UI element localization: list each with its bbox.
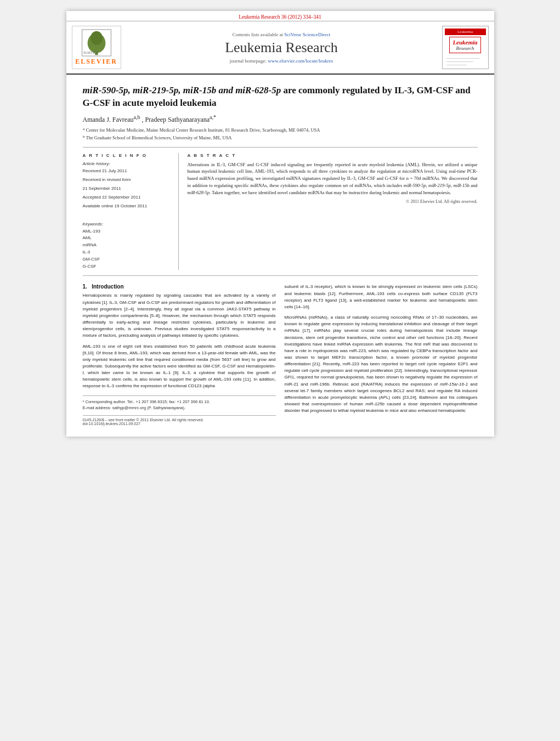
svg-text:ELSEVIER: ELSEVIER [83, 51, 98, 54]
logo-top-text: Leukemia [445, 29, 486, 35]
affiliation-b: ᵇ The Graduate School of Biomedical Scie… [83, 135, 478, 142]
logo-title-leukemia: Leukemia [452, 39, 477, 46]
sciverse-line: Contents lists available at SciVerse Sci… [233, 32, 331, 37]
contents-text: Contents lists available at [233, 32, 283, 37]
abstract-col: A B S T R A C T Aberrations in IL-3, GM-… [188, 153, 478, 270]
right-para2: MicroRNAs (miRNAs), a class of naturally… [285, 314, 478, 414]
online-date: Available online 19 October 2011 [83, 203, 173, 210]
revised-date: 21 September 2011 [83, 185, 173, 192]
main-left-col: 1. Introduction Hematopoiesis is mainly … [83, 284, 276, 426]
journal-reference-bar: Leukemia Research 36 (2012) 334–341 [66, 11, 494, 21]
revised-label: Received in revised form [83, 177, 173, 183]
journal-logo-box: Leukemia Leukemia Research —————————— ——… [442, 26, 489, 69]
author2-name: , Pradeep Sathyanarayana [142, 116, 210, 123]
article-title-italic2: miR-628-5p [235, 85, 281, 95]
affiliation-a: ᵃ Center for Molecular Medicine, Maine M… [83, 127, 478, 134]
article-page: Leukemia Research 36 (2012) 334–341 ELSE… [66, 11, 494, 437]
right-italic1: miR-15a/-16-1 [440, 382, 468, 387]
elsevier-brand-text: ELSEVIER [75, 58, 117, 66]
article-title-italic1: miR-590-5p, miR-219-5p, miR-15b [83, 85, 217, 95]
journal-homepage: journal homepage: www.elsevier.com/locat… [230, 58, 333, 64]
divider-top [83, 147, 478, 148]
author1-sup: a,b [133, 114, 140, 120]
author1-name: Amanda J. Favreau [83, 116, 134, 123]
article-body: miR-590-5p, miR-219-5p, miR-15b and miR-… [66, 75, 494, 437]
keyword-aml: AML [83, 235, 173, 242]
footer-bar: 0145-2126/$ – see front matter © 2011 El… [83, 415, 276, 422]
article-info-col: A R T I C L E I N F O Article history: R… [83, 153, 179, 270]
divider-mid [83, 275, 478, 276]
footer-doi: doi:10.1016/j.leukres.2011.09.027 [83, 422, 276, 426]
article-info-heading: A R T I C L E I N F O [83, 153, 173, 158]
keyword-gmcsf: GM-CSF [83, 256, 173, 263]
right-italic2: miR-125b [365, 401, 384, 406]
abstract-text: Aberrations in IL-3, GM-CSF and G-CSF in… [188, 161, 478, 196]
elsevier-logo: ELSEVIER ELSEVIER [72, 26, 121, 69]
copyright-line: © 2011 Elsevier Ltd. All rights reserved… [188, 199, 478, 204]
keyword-aml193: AML-193 [83, 228, 173, 235]
footnote-star: * Corresponding author. Tel.: +1 207 396… [83, 399, 276, 405]
abstract-italic1: miR-590-5p, miR-219-5p, miR-15b [404, 183, 470, 188]
intro-para2: AML-193 is one of eight cell lines estab… [83, 343, 276, 390]
footnote-email: E-mail address: sathyp@mmrc.org (P. Sath… [83, 405, 276, 411]
journal-header: ELSEVIER ELSEVIER Contents lists availab… [66, 21, 494, 75]
intro-heading: 1. Introduction [83, 284, 276, 290]
logo-title-research: Research [452, 46, 477, 51]
article-info-abstract: A R T I C L E I N F O Article history: R… [83, 153, 478, 270]
journal-ref-text: Leukemia Research 36 (2012) 334–341 [239, 14, 321, 20]
keyword-il3: IL-3 [83, 249, 173, 256]
intro-para1: Hematopoiesis is mainly regulated by sig… [83, 292, 276, 339]
author2-sup: a,* [210, 114, 216, 120]
abstract-end: Taken together, we have identified novel… [212, 190, 451, 195]
logo-lines: —————————— ———————— —————— [445, 56, 486, 66]
right-para1: subunit of IL-3 receptor), which is know… [285, 284, 478, 310]
accepted-date: Accepted 22 September 2011 [83, 194, 173, 201]
journal-title-area: Contents lists available at SciVerse Sci… [127, 26, 437, 69]
intro-title: Introduction [92, 284, 123, 290]
main-content: 1. Introduction Hematopoiesis is mainly … [83, 284, 478, 426]
journal-title: Leukemia Research [225, 39, 338, 56]
logo-title-box: Leukemia Research [449, 37, 480, 53]
article-title-and: and [216, 85, 235, 95]
homepage-label: journal homepage: [230, 58, 267, 64]
article-title: miR-590-5p, miR-219-5p, miR-15b and miR-… [83, 84, 478, 110]
keywords-label: Keywords: [83, 222, 173, 227]
authors-line: Amanda J. Favreaua,b , Pradeep Sathyanar… [83, 114, 478, 124]
intro-num: 1. [83, 284, 87, 290]
main-right-col: subunit of IL-3 receptor), which is know… [285, 284, 478, 426]
keyword-mirna: miRNA [83, 242, 173, 249]
homepage-link[interactable]: www.elsevier.com/locate/leukres [268, 58, 333, 64]
abstract-heading: A B S T R A C T [188, 153, 478, 158]
footnotes: * Corresponding author. Tel.: +1 207 396… [83, 395, 276, 411]
svg-point-2 [90, 31, 103, 45]
sciverse-link[interactable]: SciVerse ScienceDirect [284, 32, 330, 37]
received-date: Received 21 July 2011 [83, 168, 173, 174]
right-para2-text: MicroRNAs (miRNAs), a class of naturally… [285, 315, 478, 387]
keyword-gcsf: G-CSF [83, 263, 173, 270]
abstract-italic2: miR-628-5p. [188, 190, 211, 195]
history-label: Article history: [83, 161, 173, 166]
footer-issn: 0145-2126/$ – see front matter © 2011 El… [83, 418, 204, 422]
elsevier-tree-icon: ELSEVIER [80, 29, 113, 56]
abstract-and: and [471, 183, 477, 188]
